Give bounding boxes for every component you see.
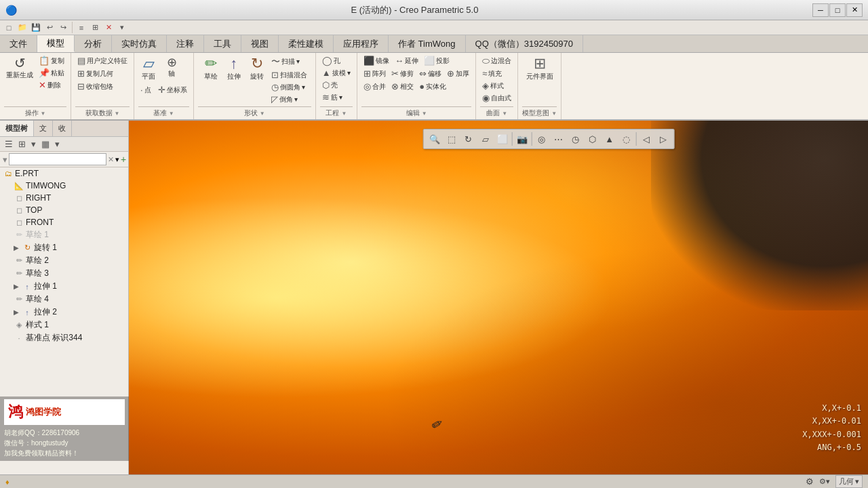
tree-settings-button[interactable]: ☰ (3, 138, 15, 150)
maximize-button[interactable]: □ (829, 3, 846, 17)
qa-redo[interactable]: ↪ (57, 22, 69, 34)
panel-getdata-arrow[interactable]: ▼ (115, 110, 120, 117)
datum-plane-button[interactable]: ▱ 平面 (138, 55, 159, 83)
sketch-button[interactable]: ✏ 草绘 (200, 55, 222, 83)
paste-button[interactable]: 📌粘贴 (37, 67, 66, 79)
status-settings-btn2[interactable]: ⚙▾ (819, 477, 830, 486)
panel-operations-arrow[interactable]: ▼ (41, 110, 46, 117)
extrude2-expand[interactable]: ▶ (14, 308, 22, 316)
qa-undo[interactable]: ↩ (43, 22, 56, 34)
ft-zoom[interactable]: 🔍 (427, 131, 443, 147)
tree-item-front[interactable]: ◻ FRONT (11, 216, 128, 228)
trim-button[interactable]: ✂修剪 (389, 68, 416, 79)
qa-save[interactable]: 💾 (30, 22, 42, 34)
freestyle-button[interactable]: ◉自由式 (480, 92, 513, 104)
copy-geometry-button[interactable]: ⊞复制几何 (75, 68, 130, 79)
fill-button[interactable]: ≈填充 (480, 68, 504, 79)
panel-modelintent-arrow[interactable]: ▼ (551, 110, 557, 117)
tab-file[interactable]: 文件 (0, 35, 37, 52)
tree-item-top[interactable]: ◻ TOP (11, 204, 128, 216)
tree-item-style1[interactable]: ◈ 样式 1 (11, 319, 128, 331)
component-interface-button[interactable]: ⊞ 元件界面 (524, 55, 555, 83)
tab-annotation[interactable]: 注释 (167, 35, 204, 52)
tree-item-eprt[interactable]: 🗂 E.PRT (0, 167, 128, 180)
sidebar-tab-text[interactable]: 文 (34, 121, 53, 136)
tab-simulation[interactable]: 实时仿真 (112, 35, 167, 52)
main-canvas[interactable]: 🔍 ⬚ ↻ ▱ ⬜ 📷 ◎ ⋯ ◷ ⬡ ▲ ◌ ◁ ▷ ✏ X,X+-0.1 X… (129, 121, 868, 474)
tree-item-sketch2[interactable]: ✏ 草绘 2 (11, 254, 128, 267)
pattern-button[interactable]: ⊞阵列 (361, 68, 388, 79)
tree-item-datum-point[interactable]: · 基准点 标识344 (11, 331, 128, 344)
tab-tools[interactable]: 工具 (204, 35, 241, 52)
draft-button[interactable]: ▲拔模 ▾ (320, 67, 353, 79)
ft-lights[interactable]: ◌ (618, 131, 635, 147)
chamfer-button[interactable]: ◸倒角 ▾ (269, 94, 309, 105)
tree-item-revolve1[interactable]: ▶ ↻ 旋转 1 (11, 241, 128, 254)
ft-perspective[interactable]: ▲ (601, 131, 618, 147)
merge-button[interactable]: ◎合并 (361, 81, 388, 92)
tree-item-sketch4[interactable]: ✏ 草绘 4 (11, 293, 128, 306)
tab-analysis[interactable]: 分析 (75, 35, 112, 52)
solidify-button[interactable]: ●实体化 (417, 81, 448, 92)
tab-qq[interactable]: QQ（微信）3192450970 (466, 35, 584, 52)
qa-extra2[interactable]: ⊞ (89, 22, 101, 34)
panel-edit-arrow[interactable]: ▼ (422, 110, 427, 117)
panel-engineering-arrow[interactable]: ▼ (341, 110, 347, 117)
tab-flexible[interactable]: 柔性建模 (279, 35, 334, 52)
regenerate-button[interactable]: ↺ 重新生成 (4, 55, 35, 81)
delete-button[interactable]: ✕删除 (37, 79, 66, 91)
shrinkwrap-button[interactable]: ⊟收缩包络 (75, 81, 130, 92)
tree-item-extrude2[interactable]: ▶ ↑ 拉伸 2 (11, 306, 128, 319)
tree-item-timwong[interactable]: 📐 TIMWONG (11, 180, 128, 192)
tree-item-sketch1[interactable]: ✏ 草绘 1 (11, 228, 128, 241)
filter-clear[interactable]: ✕ (108, 155, 114, 164)
project-button[interactable]: ⬜投影 (422, 55, 452, 66)
ft-camera[interactable]: 📷 (514, 131, 530, 147)
revolve-button[interactable]: ↻ 旋转 (246, 55, 268, 83)
tree-arr-button[interactable]: ▾ (29, 138, 38, 150)
ft-shading[interactable]: ◎ (534, 131, 550, 147)
mirror-button[interactable]: ⬛镜像 (361, 55, 391, 66)
ft-forward[interactable]: ▷ (655, 131, 671, 147)
datum-axis-button[interactable]: ⊕ 轴 (161, 55, 182, 83)
qa-dropdown[interactable]: ▾ (116, 22, 128, 34)
ft-pan[interactable]: ⬚ (443, 131, 460, 147)
status-settings-button[interactable]: ⚙ (806, 476, 814, 487)
qa-new[interactable]: □ (3, 22, 15, 34)
ft-zoom-in[interactable]: ▱ (477, 131, 494, 147)
tree-item-right[interactable]: ◻ RIGHT (11, 192, 128, 204)
tree-col-button[interactable]: ⊞ (16, 138, 28, 150)
hole-button[interactable]: ◯孔 (320, 55, 342, 66)
copy-button[interactable]: 📋复制 (37, 55, 66, 66)
tree-extra-button[interactable]: ▾ (53, 138, 62, 150)
ft-hidden[interactable]: ⬡ (585, 131, 601, 147)
close-button[interactable]: ✕ (846, 3, 863, 17)
extrude-button[interactable]: ↑ 拉伸 (223, 55, 245, 83)
style-button[interactable]: ◈样式 (480, 80, 506, 92)
filter-input[interactable] (9, 153, 106, 165)
panel-shapes-arrow[interactable]: ▼ (260, 110, 265, 117)
qa-open[interactable]: 📁 (16, 22, 28, 34)
revolve1-expand[interactable]: ▶ (14, 244, 22, 251)
filter-options[interactable]: ▾ (115, 155, 119, 164)
add-filter[interactable]: + (121, 154, 126, 165)
tab-apps[interactable]: 应用程序 (334, 35, 389, 52)
ft-wireframe[interactable]: ⋯ (551, 131, 567, 147)
boundary-blend-button[interactable]: ⬭边混合 (480, 55, 513, 67)
sidebar-tab-model-tree[interactable]: 模型树 (0, 121, 34, 136)
sweep-button[interactable]: 〜扫描 ▾ (269, 55, 309, 68)
tree-item-sketch3[interactable]: ✏ 草绘 3 (11, 267, 128, 280)
ft-rotate[interactable]: ↻ (460, 131, 477, 147)
ft-edges[interactable]: ◷ (568, 131, 584, 147)
datum-csys-button[interactable]: ✛坐标系 (156, 84, 189, 96)
panel-surface-arrow[interactable]: ▼ (502, 110, 507, 117)
tree-item-extrude1[interactable]: ▶ ↑ 拉伸 1 (11, 280, 128, 293)
user-defined-feature-button[interactable]: ▤用户定义特征 (75, 55, 130, 66)
extend-button[interactable]: ↔延伸 (393, 55, 420, 66)
thicken-button[interactable]: ⊕加厚 (445, 68, 471, 79)
round-button[interactable]: ◷倒圆角 ▾ (269, 81, 309, 93)
intersect-button[interactable]: ⊗相交 (389, 81, 416, 92)
tab-view[interactable]: 视图 (241, 35, 279, 52)
swept-blend-button[interactable]: ⊡扫描混合 (269, 69, 309, 81)
extrude1-expand[interactable]: ▶ (14, 283, 22, 290)
